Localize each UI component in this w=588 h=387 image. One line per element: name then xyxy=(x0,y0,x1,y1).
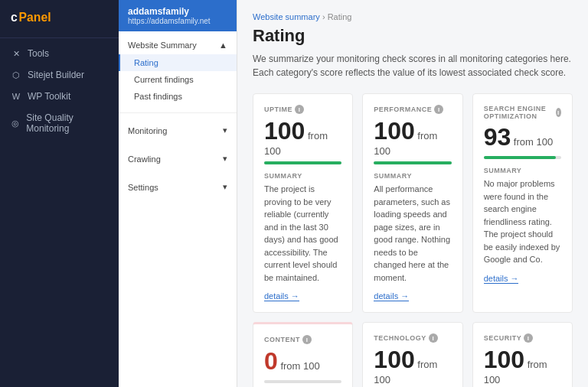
card-seo-progress-bar xyxy=(484,156,561,159)
settings-label: Settings xyxy=(128,183,158,192)
card-content-score: 0 xyxy=(264,347,278,375)
settings-toggle[interactable]: Settings ▾ xyxy=(119,177,237,197)
page-description: We summarize your monitoring check score… xyxy=(253,52,573,80)
card-security-category: SECURITY i xyxy=(484,333,561,343)
card-technology-score: 100 xyxy=(374,346,414,373)
card-performance-summary-label: SUMMARY xyxy=(374,172,451,180)
sidebar-item-wptoolkit-label: WP Toolkit xyxy=(28,91,70,102)
card-seo-suffix: from 100 xyxy=(511,136,553,148)
technology-info-icon[interactable]: i xyxy=(429,333,438,343)
chevron-down-icon: ▾ xyxy=(223,125,227,135)
account-header: addamsfamily https://addamsfamily.net xyxy=(119,0,237,31)
sidebar-item-tools[interactable]: ✕ Tools xyxy=(0,43,119,64)
svg-text:c: c xyxy=(11,11,18,24)
card-uptime-progress-bar xyxy=(264,161,341,164)
card-performance-score-line: 100 from 100 xyxy=(374,117,451,157)
card-uptime-summary-text: The project is proving to be very reliab… xyxy=(264,183,341,284)
main-sidebar: c Panel ✕ Tools ⬡ Sitejet Builder W WP T… xyxy=(0,0,119,387)
website-summary-label: Website Summary xyxy=(128,41,197,50)
card-seo-category: SEARCH ENGINE OPTIMIZATION i xyxy=(484,105,561,120)
card-uptime-details-link[interactable]: details → xyxy=(264,291,299,301)
content-area: Website summary › Rating Rating We summa… xyxy=(237,0,588,387)
performance-info-icon[interactable]: i xyxy=(434,105,443,114)
card-uptime-score: 100 xyxy=(264,117,305,145)
card-content-progress-bar xyxy=(264,380,341,383)
card-performance-category: PERFORMANCE i xyxy=(374,105,451,114)
breadcrumb-current: Rating xyxy=(328,12,352,21)
sidebar-item-wptoolkit[interactable]: W WP Toolkit xyxy=(0,86,119,107)
card-performance-progress-bar xyxy=(374,161,451,164)
card-performance-progress-fill xyxy=(374,161,451,164)
card-performance-details-link[interactable]: details → xyxy=(374,291,409,301)
card-performance: PERFORMANCE i 100 from 100 SUMMARY All p… xyxy=(362,93,462,313)
sidebar-item-sqm-label: Site Quality Monitoring xyxy=(26,112,108,134)
website-summary-section: Website Summary ▲ Rating Current finding… xyxy=(119,31,237,109)
card-uptime-summary-label: SUMMARY xyxy=(264,172,341,180)
card-seo: SEARCH ENGINE OPTIMIZATION i 93 from 100… xyxy=(472,93,573,313)
card-seo-summary-text: No major problems were found in the sear… xyxy=(484,177,561,266)
main-content: Website summary › Rating Rating We summa… xyxy=(237,0,588,387)
card-uptime-score-line: 100 from 100 xyxy=(264,117,341,157)
breadcrumb-parent[interactable]: Website summary xyxy=(253,12,320,21)
sidebar-item-tools-label: Tools xyxy=(28,48,49,59)
card-seo-details-link[interactable]: details → xyxy=(484,274,519,284)
security-info-icon[interactable]: i xyxy=(524,333,533,343)
sqm-icon: ◎ xyxy=(11,119,20,128)
breadcrumb: Website summary › Rating xyxy=(253,12,573,21)
main-nav: ✕ Tools ⬡ Sitejet Builder W WP Toolkit ◎… xyxy=(0,38,119,387)
sidebar-divider-1 xyxy=(119,112,237,113)
uptime-info-icon[interactable]: i xyxy=(295,105,304,114)
cards-grid: UPTIME i 100 from 100 SUMMARY The projec… xyxy=(253,93,573,387)
sidebar-item-sitejet-label: Sitejet Builder xyxy=(28,70,84,80)
settings-section: Settings ▾ xyxy=(119,173,237,201)
nav-past-findings[interactable]: Past findings xyxy=(119,88,237,105)
card-seo-progress-fill xyxy=(484,156,556,159)
card-content: CONTENT i 0 from 100 SUMMARY We have fou… xyxy=(253,322,353,387)
card-content-score-line: 0 from 100 xyxy=(264,347,341,376)
monitoring-section: Monitoring ▾ xyxy=(119,116,237,145)
seo-info-icon[interactable]: i xyxy=(556,108,561,117)
cpanel-logo: c Panel xyxy=(0,0,119,38)
crawling-toggle[interactable]: Crawling ▾ xyxy=(119,149,237,168)
card-security-score-line: 100 from 100 xyxy=(484,346,561,385)
card-security-score: 100 xyxy=(484,346,524,373)
sidebar-item-sitejet[interactable]: ⬡ Sitejet Builder xyxy=(0,64,119,86)
chevron-up-icon: ▲ xyxy=(219,41,227,50)
tools-icon: ✕ xyxy=(11,49,21,59)
card-technology: TECHNOLOGY i 100 from 100 SUMMARY We cou… xyxy=(362,322,462,387)
card-uptime-category: UPTIME i xyxy=(264,105,341,114)
account-name: addamsfamily xyxy=(128,6,227,17)
content-info-icon[interactable]: i xyxy=(302,335,312,344)
website-summary-toggle[interactable]: Website Summary ▲ xyxy=(119,36,237,54)
card-uptime-progress-fill xyxy=(264,161,341,164)
card-seo-score-line: 93 from 100 xyxy=(484,123,561,151)
crawling-label: Crawling xyxy=(128,154,161,164)
monitoring-toggle[interactable]: Monitoring ▾ xyxy=(119,121,237,140)
crawling-section: Crawling ▾ xyxy=(119,145,237,173)
card-technology-category: TECHNOLOGY i xyxy=(374,333,451,343)
card-uptime: UPTIME i 100 from 100 SUMMARY The projec… xyxy=(253,93,353,313)
page-title: Rating xyxy=(253,26,573,46)
svg-text:Panel: Panel xyxy=(19,11,51,24)
monitoring-label: Monitoring xyxy=(128,126,167,135)
wp-icon: W xyxy=(11,92,21,101)
card-performance-score: 100 xyxy=(374,117,414,145)
card-technology-score-line: 100 from 100 xyxy=(374,346,451,385)
chevron-down-icon-3: ▾ xyxy=(223,182,227,192)
card-performance-summary-text: All performance parameters, such as load… xyxy=(374,183,451,284)
account-domain: https://addamsfamily.net xyxy=(128,17,227,25)
card-security: SECURITY i 100 from 100 SUMMARY Certific… xyxy=(472,322,573,387)
nav-current-findings[interactable]: Current findings xyxy=(119,71,237,88)
card-seo-summary-label: SUMMARY xyxy=(484,167,561,174)
sidebar-item-sqm[interactable]: ◎ Site Quality Monitoring xyxy=(0,107,119,139)
card-content-category: CONTENT i xyxy=(264,335,341,344)
secondary-sidebar: addamsfamily https://addamsfamily.net We… xyxy=(119,0,237,387)
sitejet-icon: ⬡ xyxy=(11,70,21,80)
card-content-suffix: from 100 xyxy=(278,360,320,372)
card-seo-score: 93 xyxy=(484,123,511,151)
chevron-down-icon-2: ▾ xyxy=(223,154,227,164)
nav-rating[interactable]: Rating xyxy=(119,54,237,71)
